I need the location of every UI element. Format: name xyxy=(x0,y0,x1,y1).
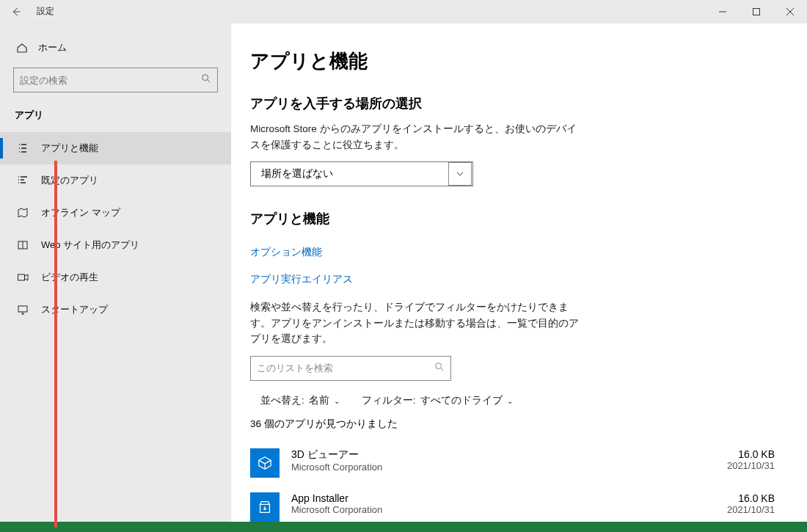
app-name: 3D ビューアー xyxy=(291,448,678,462)
apps-features-heading: アプリと機能 xyxy=(250,210,778,227)
svg-rect-0 xyxy=(753,8,760,15)
close-button[interactable] xyxy=(773,0,807,23)
annotation-red-line xyxy=(54,161,57,528)
source-help-text: Microsoft Store からのみアプリをインストールすると、お使いのデバ… xyxy=(250,121,580,153)
svg-point-5 xyxy=(436,363,442,369)
website-icon xyxy=(16,239,29,251)
app-execution-alias-link[interactable]: アプリ実行エイリアス xyxy=(250,273,353,286)
home-label: ホーム xyxy=(38,41,67,54)
search-icon xyxy=(434,362,445,375)
install-source-dropdown[interactable]: 場所を選ばない xyxy=(250,161,473,186)
svg-rect-4 xyxy=(18,306,27,312)
filter-label: フィルター: xyxy=(362,394,416,407)
nav-apps-features[interactable]: アプリと機能 xyxy=(0,132,231,164)
nav-section-header: アプリ xyxy=(0,109,231,132)
defaults-icon xyxy=(16,175,29,186)
list-help-text: 検索や並べ替えを行ったり、ドライブでフィルターをかけたりできます。アプリをアンイ… xyxy=(250,299,580,347)
svg-point-1 xyxy=(202,75,208,81)
chevron-down-icon: ⌄ xyxy=(507,397,513,405)
filter-selector[interactable]: フィルター: すべてのドライブ ⌄ xyxy=(362,394,513,407)
app-size: 16.0 KB xyxy=(690,448,775,460)
nav-item-label: スタートアップ xyxy=(41,303,108,316)
app-date: 2021/10/31 xyxy=(690,460,775,471)
page-title: アプリと機能 xyxy=(250,48,778,74)
app-icon xyxy=(250,448,280,478)
search-icon xyxy=(201,73,211,87)
nav-default-apps[interactable]: 既定のアプリ xyxy=(0,164,231,197)
maximize-icon xyxy=(753,8,760,15)
nav-item-label: アプリと機能 xyxy=(41,142,98,155)
app-name: App Installer xyxy=(291,492,678,504)
home-button[interactable]: ホーム xyxy=(0,37,231,68)
dropdown-chevron xyxy=(448,162,472,186)
window-title: 設定 xyxy=(32,5,54,18)
chevron-down-icon xyxy=(456,170,464,178)
titlebar: 設定 xyxy=(0,0,807,23)
sort-value: 名前 xyxy=(309,394,329,407)
minimize-icon xyxy=(719,8,726,15)
app-size: 16.0 KB xyxy=(690,492,775,504)
sort-selector[interactable]: 並べ替え: 名前 ⌄ xyxy=(260,394,340,407)
back-button[interactable] xyxy=(0,7,32,17)
sidebar: ホーム アプリ アプリと機能 既定のアプリ xyxy=(0,23,231,528)
app-list-search-input[interactable] xyxy=(257,362,434,374)
settings-search-input[interactable] xyxy=(20,75,201,86)
maximize-button[interactable] xyxy=(740,0,773,23)
list-icon xyxy=(16,142,29,154)
nav-item-label: ビデオの再生 xyxy=(41,271,98,284)
annotation-green-bar xyxy=(0,522,807,532)
app-count: 36 個のアプリが見つかりました xyxy=(250,418,778,431)
close-icon xyxy=(786,8,794,15)
chevron-down-icon: ⌄ xyxy=(334,397,340,405)
main-content: アプリと機能 アプリを入手する場所の選択 Microsoft Store からの… xyxy=(231,23,807,528)
app-date: 2021/10/31 xyxy=(690,504,775,515)
app-publisher: Microsoft Corporation xyxy=(291,462,678,473)
app-publisher: Microsoft Corporation xyxy=(291,504,678,515)
dropdown-value: 場所を選ばない xyxy=(261,167,333,181)
video-icon xyxy=(16,272,29,283)
settings-search[interactable] xyxy=(13,68,218,92)
nav-apps-for-websites[interactable]: Web サイト用のアプリ xyxy=(0,229,231,261)
app-icon xyxy=(250,492,280,522)
map-icon xyxy=(16,207,29,219)
filter-value: すべてのドライブ xyxy=(420,394,503,407)
app-list-search[interactable] xyxy=(250,356,451,381)
startup-icon xyxy=(16,304,29,316)
nav-video-playback[interactable]: ビデオの再生 xyxy=(0,261,231,294)
nav-item-label: オフライン マップ xyxy=(41,206,120,219)
arrow-left-icon xyxy=(11,7,21,17)
nav-item-label: 既定のアプリ xyxy=(41,174,98,187)
svg-rect-3 xyxy=(18,274,25,280)
sort-label: 並べ替え: xyxy=(260,394,304,407)
app-row[interactable]: 3D ビューアー Microsoft Corporation 16.0 KB 2… xyxy=(250,441,778,485)
optional-features-link[interactable]: オプション機能 xyxy=(250,246,322,259)
nav-startup[interactable]: スタートアップ xyxy=(0,294,231,326)
nav-offline-maps[interactable]: オフライン マップ xyxy=(0,197,231,229)
source-heading: アプリを入手する場所の選択 xyxy=(250,95,778,112)
minimize-button[interactable] xyxy=(706,0,740,23)
home-icon xyxy=(16,42,28,54)
